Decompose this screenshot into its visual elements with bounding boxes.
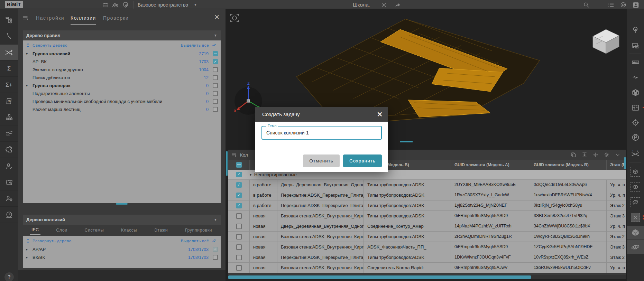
app-logo[interactable]: BiMiT [5,1,23,8]
notifications-button[interactable] [619,1,627,9]
fit-column-width-button[interactable] [591,151,600,159]
collisions-tree-header[interactable]: Дерево коллизий ▼ [23,215,221,225]
row-checkbox[interactable] [236,182,242,188]
tool-scheme[interactable] [0,110,18,125]
row-checkbox[interactable] [236,193,242,198]
rule-tree-item[interactable]: Поиск дубликатов 12 [23,74,221,82]
tool-measure-points[interactable]: 12 [627,147,644,161]
rule-tree-item[interactable]: Группа коллизий 2719 [23,50,221,58]
panel-menu-button[interactable] [22,15,29,23]
tasks-list-button[interactable] [607,1,615,9]
tool-orbit[interactable] [627,240,644,254]
tool-section-flash[interactable] [627,70,644,84]
search-button[interactable] [582,1,590,9]
rule-checkbox[interactable] [213,91,218,96]
topic-input[interactable] [262,127,381,139]
table-row[interactable]: в работе Перекрытие:ADSK_Перекрытие_Плит… [228,200,626,211]
tool-floorplan[interactable] [627,101,644,114]
collision-tree-item[interactable]: ВК/ВК 1703/1703 [23,253,221,261]
caret-icon[interactable] [26,50,28,58]
tool-totals-add[interactable]: Σ+ [0,77,18,93]
rule-checkbox[interactable] [213,59,218,64]
tool-section-box[interactable] [627,85,644,99]
tab-classes[interactable]: Классы [120,226,138,234]
table-left-resize-handle[interactable] [226,151,228,176]
tool-dashboard[interactable] [0,207,18,223]
tab-ifc[interactable]: IFC [30,226,40,235]
table-resize-handle[interactable] [400,141,413,142]
table-row[interactable]: новая Дверь_Деревянная_Внутренняя_Однопо… [228,221,626,232]
tool-approvals[interactable] [0,158,18,174]
rule-tree-item[interactable]: Расчет марша лестниц 0 [23,105,221,113]
projects-button[interactable] [101,1,110,9]
save-button[interactable]: Сохранить [343,154,382,167]
rule-tree-item[interactable]: Группа проверок 0 [23,82,221,90]
tool-clear-selection[interactable] [627,210,644,224]
horizontal-scrollbar[interactable] [228,275,626,279]
fit-row-height-button[interactable] [580,151,589,159]
rule-checkbox[interactable] [213,83,218,88]
account-button[interactable] [632,1,640,9]
tool-graphs[interactable] [0,126,18,142]
tool-selection-frames[interactable] [627,39,644,53]
tab-floors[interactable]: Этажи [153,226,169,234]
row-checkbox[interactable] [236,265,242,271]
tool-flag[interactable] [627,130,644,144]
collapse-table-button[interactable] [613,151,622,159]
modal-close-button[interactable]: ✕ [376,110,384,119]
tool-export[interactable] [0,175,18,190]
select-all-checkbox[interactable] [236,162,242,168]
rule-tree-item[interactable]: АР_ВК 1703 [23,58,221,66]
caret-icon[interactable] [26,253,28,261]
tool-totals[interactable]: Σ [0,61,18,77]
tool-user-location[interactable] [0,191,18,207]
collapse-tree-link[interactable]: Свернуть дерево [33,43,67,47]
rule-tree-item[interactable]: Проверка минимальной свободной площади с… [23,97,221,105]
select-all-link[interactable]: Выделить всё [181,43,209,47]
collision-checkbox[interactable] [213,255,218,260]
tool-model-tree[interactable] [0,12,18,28]
row-checkbox[interactable] [236,213,242,219]
row-checkbox[interactable] [236,255,242,260]
help-button[interactable]: ? [4,272,14,281]
caret-icon[interactable] [26,245,28,253]
column-header-floor[interactable]: Этаж (М [607,160,626,170]
row-checkbox[interactable] [236,244,242,250]
tool-environment[interactable] [627,23,644,37]
tool-show[interactable] [627,180,644,194]
table-row[interactable]: в работе Дверь_Деревянная_Внутренняя_Одн… [228,180,626,190]
table-row[interactable]: новая Базовая стена:ADSK_Внутренняя_Кирп… [228,232,626,242]
column-header-guid-a[interactable]: GUID элемента (Модель А) [451,160,530,170]
share-button[interactable] [394,1,402,9]
rule-checkbox[interactable] [213,51,218,56]
menu-collapse-icon[interactable] [231,152,237,158]
collision-checkbox[interactable] [213,247,218,252]
row-checkbox[interactable] [236,234,242,240]
admin-shield-button[interactable] [121,1,130,9]
table-row[interactable]: новая Базовая стена:ADSK_Внутренняя_Кирп… [228,263,626,273]
tab-layers[interactable]: Слои [55,226,68,234]
tool-hide[interactable] [627,195,644,209]
frame-capture-button[interactable] [229,12,240,25]
tool-nodes[interactable] [0,28,18,44]
tab-collisions[interactable]: Коллизии [71,13,96,25]
collision-tree-item[interactable]: АР/АР 1703/1703 [23,245,221,253]
tool-isolate[interactable] [627,165,644,179]
table-settings-button[interactable] [602,151,611,159]
tool-shaded-view[interactable] [627,226,644,240]
horizontal-scrollbar-thumb[interactable] [228,275,531,279]
vertical-scrollbar-thumb[interactable] [624,157,626,169]
rule-checkbox[interactable] [213,107,218,112]
group-checkbox[interactable] [236,172,242,177]
column-header-guid-b[interactable]: GUID элемента (Модель В) [530,160,607,170]
rule-tree-item[interactable]: Элемент внтури другого 1004 [23,66,221,74]
tool-ruler[interactable] [627,55,644,69]
rule-checkbox[interactable] [213,75,218,80]
tool-focus-target[interactable] [627,116,644,130]
table-row[interactable]: в работе Перекрытие:ADSK_Перекрытие_Плит… [228,190,626,200]
expand-tree-link[interactable]: Развернуть дерево [33,239,72,243]
cancel-button[interactable]: Отменить [303,154,340,167]
table-row[interactable]: новая Базовая стена:ADSK_Внутренняя_Кирп… [228,211,626,221]
table-row[interactable]: новая Перекрытие:ADSK_Перекрытие_Плита_Б… [228,252,626,263]
tab-systems[interactable]: Системы [83,226,105,234]
